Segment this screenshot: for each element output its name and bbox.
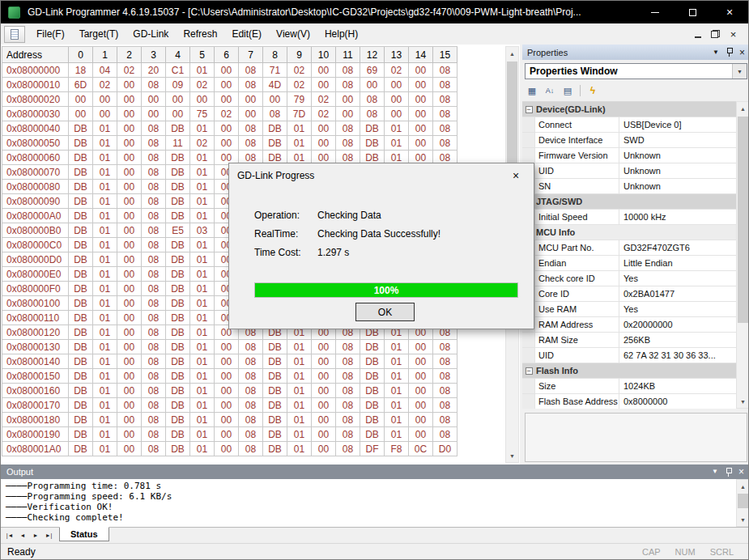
hex-byte-cell[interactable]: DB bbox=[263, 442, 287, 456]
hex-byte-cell[interactable]: 00 bbox=[166, 92, 190, 107]
chevron-down-icon[interactable]: ▼ bbox=[712, 469, 718, 475]
hex-byte-cell[interactable]: 11 bbox=[166, 136, 190, 151]
hex-byte-cell[interactable]: 00 bbox=[69, 107, 93, 121]
property-value[interactable]: 256KB bbox=[619, 333, 736, 347]
hex-byte-cell[interactable]: 02 bbox=[190, 78, 215, 92]
hex-byte-cell[interactable]: DB bbox=[263, 384, 287, 398]
hex-byte-cell[interactable]: 00 bbox=[239, 92, 263, 107]
hex-byte-cell[interactable]: DB bbox=[69, 413, 93, 427]
hex-byte-cell[interactable]: DF bbox=[360, 442, 385, 456]
hex-byte-cell[interactable]: 00 bbox=[215, 121, 239, 136]
hex-byte-cell[interactable]: 00 bbox=[215, 78, 239, 92]
hex-byte-cell[interactable]: 00 bbox=[117, 398, 142, 413]
hex-byte-cell[interactable]: 00 bbox=[117, 413, 142, 427]
hex-byte-cell[interactable]: DB bbox=[360, 369, 385, 384]
menu-item-refresh[interactable]: Refresh bbox=[176, 26, 224, 42]
hex-byte-cell[interactable]: 00 bbox=[166, 107, 190, 121]
hex-byte-cell[interactable]: 08 bbox=[142, 180, 166, 194]
hex-byte-cell[interactable]: 01 bbox=[190, 427, 215, 442]
hex-byte-cell[interactable]: 00 bbox=[409, 398, 433, 413]
hex-byte-cell[interactable]: 18 bbox=[69, 63, 93, 78]
hex-byte-cell[interactable]: DB bbox=[166, 180, 190, 194]
menu-item-file-f[interactable]: File(F) bbox=[29, 26, 72, 42]
hex-byte-cell[interactable]: F8 bbox=[385, 442, 409, 456]
hex-byte-cell[interactable]: 01 bbox=[287, 442, 312, 456]
hex-byte-cell[interactable]: DB bbox=[360, 340, 385, 354]
hex-byte-cell[interactable]: DB bbox=[360, 121, 385, 136]
hex-byte-cell[interactable]: DB bbox=[69, 384, 93, 398]
hex-byte-cell[interactable]: DB bbox=[166, 442, 190, 456]
hex-byte-cell[interactable]: 01 bbox=[385, 384, 409, 398]
hex-byte-cell[interactable]: 00 bbox=[215, 136, 239, 151]
hex-byte-cell[interactable]: 01 bbox=[287, 413, 312, 427]
hex-byte-cell[interactable]: 00 bbox=[409, 136, 433, 151]
hex-byte-cell[interactable]: 00 bbox=[312, 121, 336, 136]
minimize-button[interactable] bbox=[636, 1, 674, 23]
hex-byte-cell[interactable]: 01 bbox=[190, 282, 215, 296]
hex-byte-cell[interactable]: 00 bbox=[215, 354, 239, 369]
hex-byte-cell[interactable]: 08 bbox=[239, 369, 263, 384]
hex-byte-cell[interactable]: 00 bbox=[336, 107, 360, 121]
hex-byte-cell[interactable]: 00 bbox=[117, 282, 142, 296]
hex-byte-cell[interactable]: 00 bbox=[409, 384, 433, 398]
hex-byte-cell[interactable]: 02 bbox=[93, 78, 117, 92]
hex-byte-cell[interactable]: 08 bbox=[142, 369, 166, 384]
hex-byte-cell[interactable]: 08 bbox=[239, 427, 263, 442]
hex-byte-cell[interactable]: DB bbox=[69, 180, 93, 194]
mdi-minimize-button[interactable] bbox=[690, 28, 705, 41]
hex-byte-cell[interactable]: 08 bbox=[239, 384, 263, 398]
hex-byte-cell[interactable]: 00 bbox=[215, 442, 239, 456]
property-value[interactable]: Yes bbox=[619, 302, 736, 316]
hex-byte-cell[interactable]: 00 bbox=[409, 427, 433, 442]
property-value[interactable]: 0x2BA01477 bbox=[619, 286, 736, 301]
property-pages-icon[interactable]: ▤ bbox=[560, 84, 575, 98]
property-value[interactable]: 10000 kHz bbox=[619, 210, 736, 224]
hex-byte-cell[interactable]: 00 bbox=[336, 92, 360, 107]
scroll-up-button[interactable]: ▲ bbox=[737, 480, 749, 493]
hex-byte-cell[interactable]: 08 bbox=[336, 427, 360, 442]
hex-byte-cell[interactable]: DB bbox=[69, 223, 93, 238]
hex-byte-cell[interactable]: 09 bbox=[166, 78, 190, 92]
hex-byte-cell[interactable]: DB bbox=[166, 238, 190, 252]
scrollbar-thumb[interactable] bbox=[738, 117, 748, 323]
hex-byte-cell[interactable]: 01 bbox=[190, 209, 215, 223]
hex-byte-cell[interactable]: 01 bbox=[93, 223, 117, 238]
hex-byte-cell[interactable]: 00 bbox=[117, 238, 142, 252]
property-value[interactable]: 1024KB bbox=[619, 379, 736, 393]
hex-byte-cell[interactable]: 01 bbox=[385, 369, 409, 384]
hex-byte-cell[interactable]: DB bbox=[263, 427, 287, 442]
hex-byte-cell[interactable]: 00 bbox=[215, 384, 239, 398]
hex-byte-cell[interactable]: DB bbox=[69, 136, 93, 151]
hex-byte-cell[interactable]: 01 bbox=[93, 369, 117, 384]
hex-byte-cell[interactable]: 08 bbox=[433, 78, 457, 92]
hex-byte-cell[interactable]: 01 bbox=[93, 267, 117, 282]
hex-byte-cell[interactable]: 01 bbox=[385, 354, 409, 369]
property-value[interactable]: USB[Device 0] bbox=[619, 117, 736, 132]
hex-byte-cell[interactable]: 08 bbox=[433, 107, 457, 121]
hex-byte-cell[interactable]: DB bbox=[166, 267, 190, 282]
hex-byte-cell[interactable]: DB bbox=[263, 121, 287, 136]
hex-byte-cell[interactable]: DB bbox=[166, 369, 190, 384]
hex-byte-cell[interactable]: DB bbox=[69, 442, 93, 456]
hex-byte-cell[interactable]: 00 bbox=[117, 427, 142, 442]
close-icon[interactable]: × bbox=[739, 48, 745, 57]
hex-byte-cell[interactable]: DB bbox=[69, 238, 93, 252]
property-value[interactable]: Unknown bbox=[619, 179, 736, 193]
hex-byte-cell[interactable]: 02 bbox=[117, 63, 142, 78]
hex-byte-cell[interactable]: 00 bbox=[312, 413, 336, 427]
collapse-minus-icon[interactable]: − bbox=[526, 367, 533, 375]
hex-byte-cell[interactable]: DB bbox=[166, 209, 190, 223]
menu-item-view-v[interactable]: View(V) bbox=[269, 26, 317, 42]
hex-byte-cell[interactable]: 08 bbox=[142, 78, 166, 92]
hex-byte-cell[interactable]: DB bbox=[69, 121, 93, 136]
hex-byte-cell[interactable]: 08 bbox=[239, 340, 263, 354]
hex-byte-cell[interactable]: 01 bbox=[190, 194, 215, 209]
hex-byte-cell[interactable]: 08 bbox=[336, 398, 360, 413]
hex-byte-cell[interactable]: 01 bbox=[190, 413, 215, 427]
hex-byte-cell[interactable]: DB bbox=[166, 340, 190, 354]
hex-byte-cell[interactable]: DB bbox=[166, 252, 190, 267]
hex-byte-cell[interactable]: 00 bbox=[142, 92, 166, 107]
hex-byte-cell[interactable]: 08 bbox=[336, 63, 360, 78]
hex-byte-cell[interactable]: 75 bbox=[190, 107, 215, 121]
hex-byte-cell[interactable]: 01 bbox=[385, 121, 409, 136]
